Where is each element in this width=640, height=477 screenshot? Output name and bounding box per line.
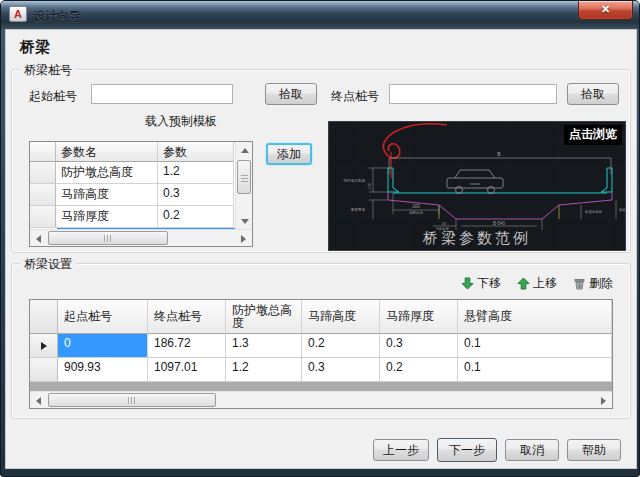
table-row[interactable]: 马蹄高度 0.3 (30, 184, 252, 206)
cell-guard-height[interactable]: 1.3 (226, 334, 302, 358)
start-stake-input[interactable] (91, 84, 233, 104)
param-name-cell[interactable]: 马蹄高度 (56, 184, 158, 206)
row-header[interactable] (30, 184, 56, 206)
table-row[interactable]: 0 186.72 1.3 0.2 0.3 0.1 (30, 334, 612, 358)
param-table-header-name[interactable]: 参数名 (56, 142, 158, 162)
table-row[interactable]: 防护墩总高度 1.2 (30, 162, 252, 184)
scroll-right-icon[interactable] (235, 230, 252, 247)
svg-text:悬臂宽度: 悬臂宽度 (408, 210, 423, 215)
move-down-label: 下移 (477, 275, 501, 292)
settings-table-corner (30, 300, 58, 334)
param-table-header-value[interactable]: 参数 (158, 142, 234, 162)
window-title: 设计向导 (33, 8, 81, 25)
move-up-label: 上移 (533, 275, 557, 292)
dialog-window: A 设计向导 ✕ 桥梁 桥梁桩号 起始桩号 拾取 终点桩号 拾取 载入预制模板 … (0, 0, 640, 477)
col-header-cantilever-height[interactable]: 悬臂高度 (458, 300, 612, 334)
cell-hoof-height[interactable]: 0.2 (302, 334, 380, 358)
cancel-button[interactable]: 取消 (505, 439, 559, 461)
load-template-label: 载入预制模板 (61, 113, 301, 130)
svg-text:防护墩总高度: 防护墩总高度 (343, 178, 365, 183)
svg-text:腹板总高度: 腹板总高度 (619, 208, 626, 212)
svg-text:20: 20 (442, 221, 447, 226)
cell-hoof-thickness[interactable]: 0.3 (380, 334, 458, 358)
delete-action[interactable]: 删除 (573, 274, 613, 292)
add-button[interactable]: 添加 (266, 143, 312, 165)
col-header-guard-height[interactable]: 防护墩总高度 (226, 300, 302, 334)
autocad-app-icon: A (9, 6, 27, 22)
scroll-left-icon[interactable] (30, 392, 47, 409)
move-up-icon (517, 277, 530, 290)
pick-start-button[interactable]: 拾取 (265, 83, 317, 105)
param-value-cell[interactable]: 0.3 (158, 184, 234, 206)
horizontal-scroll-thumb[interactable] (48, 231, 168, 245)
end-stake-label: 终点桩号 (331, 88, 379, 105)
col-header-hoof-height[interactable]: 马蹄高度 (302, 300, 380, 334)
scroll-down-icon[interactable] (236, 213, 253, 230)
svg-text:130: 130 (367, 182, 372, 189)
param-table-header-row: 参数名 参数 (30, 142, 252, 162)
row-indicator[interactable] (30, 358, 58, 382)
page-title: 桥梁 (20, 38, 50, 57)
pick-end-button[interactable]: 拾取 (567, 83, 619, 105)
param-value-cell[interactable]: 0.2 (158, 206, 234, 228)
scroll-left-icon[interactable] (30, 230, 47, 247)
cell-start-stake[interactable]: 909.93 (58, 358, 148, 382)
col-header-end-stake[interactable]: 终点桩号 (148, 300, 226, 334)
trash-icon (573, 277, 586, 290)
previous-step-button[interactable]: 上一步 (373, 439, 429, 461)
settings-table-header-row: 起点桩号 终点桩号 防护墩总高度 马蹄高度 马蹄厚度 悬臂高度 (30, 300, 612, 334)
row-indicator[interactable] (30, 334, 58, 358)
cell-start-stake[interactable]: 0 (58, 334, 148, 358)
col-header-hoof-thickness[interactable]: 马蹄厚度 (380, 300, 458, 334)
horizontal-scroll-thumb[interactable] (48, 393, 216, 407)
cell-end-stake[interactable]: 186.72 (148, 334, 226, 358)
col-header-start-stake[interactable]: 起点桩号 (58, 300, 148, 334)
svg-text:悬臂厚度: 悬臂厚度 (350, 207, 366, 212)
table-actions: 下移 上移 删除 (401, 274, 613, 292)
bridge-settings-table[interactable]: 起点桩号 终点桩号 防护墩总高度 马蹄高度 马蹄厚度 悬臂高度 0 186.72… (29, 299, 613, 409)
move-down-icon (461, 277, 474, 290)
table-row[interactable]: 909.93 1097.01 1.2 0.3 0.2 0.1 (30, 358, 612, 382)
scroll-up-icon[interactable] (236, 142, 253, 159)
cell-cantilever-height[interactable]: 0.1 (458, 334, 612, 358)
bridge-preview-image[interactable]: B 防护墩总 (328, 121, 626, 251)
help-button[interactable]: 帮助 (567, 439, 621, 461)
close-button[interactable]: ✕ (578, 1, 633, 20)
param-value-cell[interactable]: 1.2 (158, 162, 234, 184)
param-template-table[interactable]: 参数名 参数 防护墩总高度 1.2 马蹄高度 0.3 马蹄厚度 0.2 (29, 141, 253, 247)
cell-guard-height[interactable]: 1.2 (226, 358, 302, 382)
svg-text:B-540: B-540 (493, 221, 506, 226)
settings-table-horizontal-scrollbar[interactable] (30, 391, 612, 408)
scroll-right-icon[interactable] (595, 392, 612, 409)
cell-end-stake[interactable]: 1097.01 (148, 358, 226, 382)
title-bar[interactable]: A 设计向导 ✕ (1, 1, 639, 29)
group-bridge-stakes-label: 桥梁桩号 (20, 62, 76, 79)
click-to-browse-badge[interactable]: 点击浏览 (564, 125, 622, 145)
svg-text:200: 200 (412, 204, 420, 209)
param-name-cell[interactable]: 防护墩总高度 (56, 162, 158, 184)
row-header[interactable] (30, 162, 56, 184)
row-header[interactable] (30, 206, 56, 228)
next-step-button[interactable]: 下一步 (437, 438, 497, 462)
current-row-arrow-icon (41, 342, 47, 350)
cell-hoof-thickness[interactable]: 0.2 (380, 358, 458, 382)
param-table-corner (30, 142, 56, 162)
svg-text:B: B (497, 151, 501, 157)
preview-caption: 桥梁参数范例 (329, 229, 625, 248)
cell-cantilever-height[interactable]: 0.1 (458, 358, 612, 382)
svg-text:桥梁总高度: 桥梁总高度 (584, 209, 603, 214)
delete-label: 删除 (589, 275, 613, 292)
cell-hoof-height[interactable]: 0.3 (302, 358, 380, 382)
param-table-horizontal-scrollbar[interactable] (30, 229, 252, 246)
param-table-vertical-scrollbar[interactable] (235, 142, 252, 230)
table-row[interactable]: 马蹄厚度 0.2 (30, 206, 252, 228)
vertical-scroll-thumb[interactable] (237, 160, 251, 194)
group-bridge-settings-label: 桥梁设置 (20, 256, 76, 273)
param-name-cell[interactable]: 马蹄厚度 (56, 206, 158, 228)
move-down-action[interactable]: 下移 (461, 274, 501, 292)
move-up-action[interactable]: 上移 (517, 274, 557, 292)
start-stake-label: 起始桩号 (29, 88, 77, 105)
end-stake-input[interactable] (389, 84, 557, 104)
